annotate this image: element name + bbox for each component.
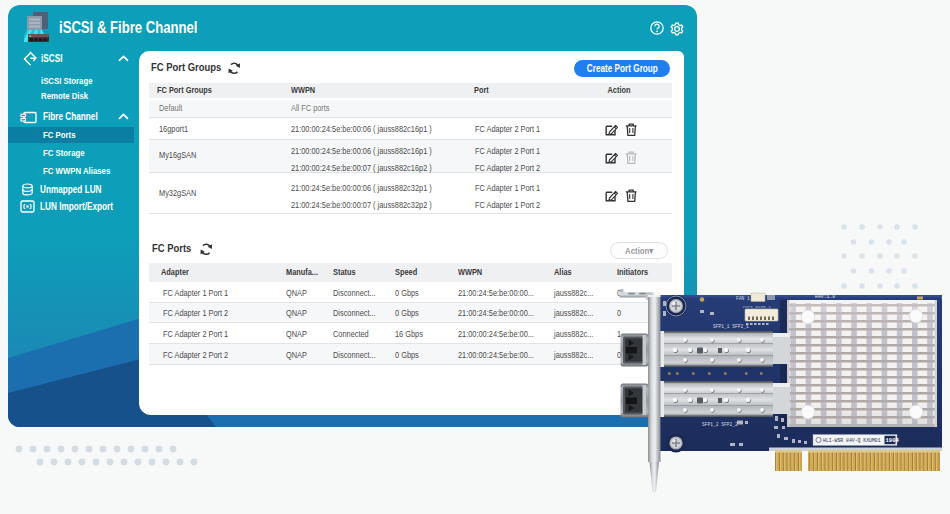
svg-text:FAN 1: FAN 1	[736, 296, 750, 301]
svg-text:JSP3_0105_1: JSP3_0105_1	[742, 304, 771, 309]
svg-text:Rev:1.0: Rev:1.0	[815, 294, 835, 299]
svg-text:SFP1_1 SFP2_1: SFP1_1 SFP2_1	[713, 324, 749, 329]
svg-text:HLI-WSR 84V-Q KXUM01: HLI-WSR 84V-Q KXUM01	[823, 438, 881, 443]
svg-text:SFP1_2 SFP2_2: SFP1_2 SFP2_2	[702, 422, 738, 427]
svg-text:1904: 1904	[886, 437, 900, 444]
